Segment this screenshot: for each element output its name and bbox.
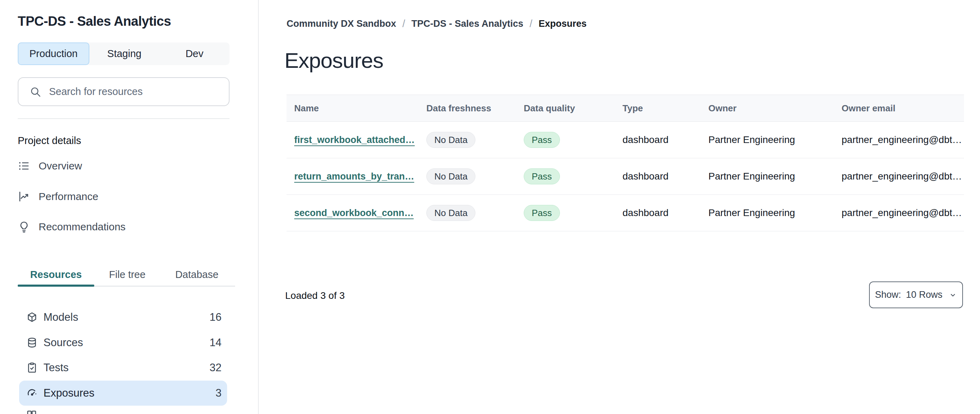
sidebar-item-sources[interactable]: Sources 14 bbox=[19, 330, 227, 355]
sidebar-divider bbox=[18, 118, 229, 119]
project-title: TPC-DS - Sales Analytics bbox=[18, 14, 171, 29]
show-label: Show: bbox=[875, 290, 901, 300]
search-icon bbox=[30, 86, 41, 98]
sidebar-item-performance[interactable]: Performance bbox=[18, 186, 99, 207]
gauge-icon bbox=[26, 387, 38, 399]
tab-resources[interactable]: Resources bbox=[18, 264, 94, 286]
quality-badge: Pass bbox=[524, 205, 560, 221]
sidebar-item-partial[interactable] bbox=[26, 409, 38, 414]
env-tab-production[interactable]: Production bbox=[18, 43, 89, 65]
column-header-owner-email: Owner email bbox=[842, 103, 964, 114]
column-header-owner: Owner bbox=[708, 103, 842, 114]
type-cell: dashboard bbox=[622, 134, 708, 145]
exposure-name-link[interactable]: second_workbook_conn… bbox=[294, 208, 414, 218]
column-header-data-freshness: Data freshness bbox=[426, 103, 524, 114]
resource-count: 16 bbox=[210, 311, 221, 323]
sidebar-main-divider bbox=[258, 0, 259, 414]
table-row: first_workbook_attached… No Data Pass da… bbox=[286, 122, 964, 158]
type-cell: dashboard bbox=[622, 171, 708, 182]
breadcrumb-current: Exposures bbox=[539, 18, 587, 29]
quality-badge: Pass bbox=[524, 169, 560, 185]
search-input[interactable] bbox=[48, 86, 221, 98]
breadcrumb-separator: / bbox=[530, 18, 533, 30]
freshness-badge: No Data bbox=[426, 169, 476, 185]
grid-icon bbox=[26, 409, 38, 414]
table-row: return_amounts_by_tran… No Data Pass das… bbox=[286, 158, 964, 195]
sidebar-item-models[interactable]: Models 16 bbox=[19, 305, 227, 330]
owner-cell: Partner Engineering bbox=[708, 207, 842, 218]
sidebar-item-label: Recommendations bbox=[38, 221, 126, 233]
breadcrumb: Community DX Sandbox / TPC-DS - Sales An… bbox=[286, 18, 587, 30]
quality-badge: Pass bbox=[524, 132, 560, 148]
tab-database[interactable]: Database bbox=[160, 264, 233, 286]
dbt-explorer-app: TPC-DS - Sales Analytics Production Stag… bbox=[0, 0, 980, 414]
loaded-status: Loaded 3 of 3 bbox=[285, 290, 345, 301]
database-icon bbox=[26, 337, 38, 349]
env-tab-dev[interactable]: Dev bbox=[159, 43, 229, 65]
environment-tabs: Production Staging Dev bbox=[18, 43, 229, 65]
show-value: 10 Rows bbox=[906, 290, 942, 300]
resource-count: 3 bbox=[216, 387, 221, 400]
owner-email-cell: partner_engineering@dbt… bbox=[842, 207, 964, 218]
resource-search[interactable] bbox=[18, 77, 229, 106]
sidebar-item-tests[interactable]: Tests 32 bbox=[19, 355, 227, 380]
resource-count: 14 bbox=[210, 336, 221, 349]
sidebar-item-recommendations[interactable]: Recommendations bbox=[18, 217, 126, 237]
column-header-data-quality: Data quality bbox=[524, 103, 622, 114]
type-cell: dashboard bbox=[622, 207, 708, 218]
breadcrumb-account[interactable]: Community DX Sandbox bbox=[286, 18, 396, 29]
sidebar-item-overview[interactable]: Overview bbox=[18, 156, 82, 176]
column-header-name: Name bbox=[294, 103, 426, 114]
resource-label: Sources bbox=[43, 336, 83, 349]
table-row: second_workbook_conn… No Data Pass dashb… bbox=[286, 195, 964, 231]
freshness-badge: No Data bbox=[426, 132, 476, 148]
resource-label: Models bbox=[43, 311, 78, 323]
trend-chart-icon bbox=[18, 190, 30, 203]
clipboard-check-icon bbox=[26, 362, 38, 374]
cube-icon bbox=[26, 311, 38, 323]
owner-cell: Partner Engineering bbox=[708, 134, 842, 145]
sidebar-item-label: Performance bbox=[38, 191, 99, 202]
sidebar-item-exposures[interactable]: Exposures 3 bbox=[19, 381, 227, 406]
owner-cell: Partner Engineering bbox=[708, 171, 842, 182]
exposure-name-link[interactable]: return_amounts_by_tran… bbox=[294, 171, 414, 182]
resource-count: 32 bbox=[210, 361, 221, 374]
column-header-type: Type bbox=[622, 103, 708, 114]
owner-email-cell: partner_engineering@dbt… bbox=[842, 171, 964, 182]
owner-email-cell: partner_engineering@dbt… bbox=[842, 134, 964, 145]
page-title: Exposures bbox=[285, 48, 383, 73]
rows-per-page-dropdown[interactable]: Show: 10 Rows bbox=[869, 282, 963, 308]
exposure-name-link[interactable]: first_workbook_attached… bbox=[294, 135, 415, 145]
list-icon bbox=[18, 160, 30, 172]
freshness-badge: No Data bbox=[426, 205, 476, 221]
project-details-label: Project details bbox=[18, 135, 81, 146]
sidebar-item-label: Overview bbox=[38, 160, 82, 172]
resource-view-tabs: Resources File tree Database bbox=[18, 264, 235, 287]
chevron-down-icon bbox=[947, 291, 957, 299]
resource-label: Tests bbox=[43, 361, 68, 374]
table-header-row: Name Data freshness Data quality Type Ow… bbox=[286, 95, 964, 122]
lightbulb-icon bbox=[18, 221, 30, 233]
tab-file-tree[interactable]: File tree bbox=[94, 264, 160, 286]
breadcrumb-separator: / bbox=[402, 18, 405, 30]
resource-label: Exposures bbox=[43, 387, 94, 400]
exposures-table: Name Data freshness Data quality Type Ow… bbox=[286, 95, 964, 231]
env-tab-staging[interactable]: Staging bbox=[89, 43, 160, 65]
breadcrumb-project[interactable]: TPC-DS - Sales Analytics bbox=[411, 18, 523, 29]
